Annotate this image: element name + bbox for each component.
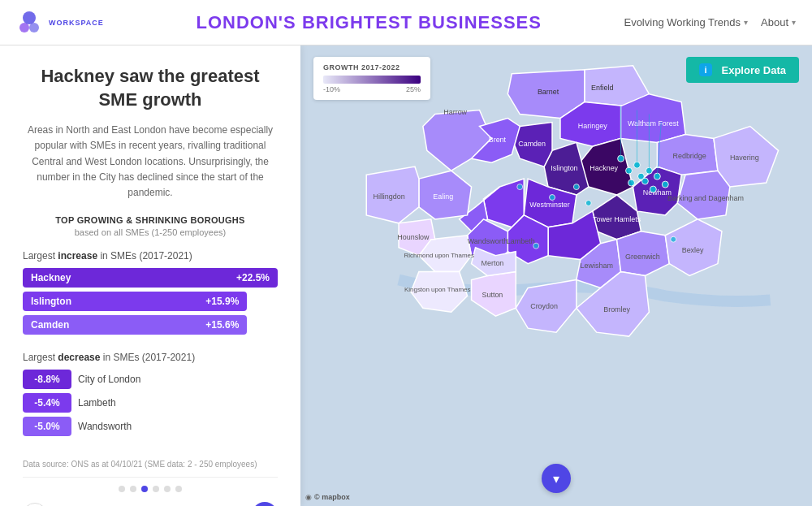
svg-point-20 (671, 236, 676, 242)
increase-row-3: Camden +15.6% (23, 315, 278, 335)
trends-chevron-icon: ▾ (744, 18, 748, 27)
chevron-down-icon: ▾ (553, 471, 559, 487)
deep-dive-button[interactable]: › (252, 502, 278, 506)
mapbox-credit: ◉ © mapbox (305, 493, 350, 501)
panel-description: Areas in North and East London have beco… (23, 123, 278, 201)
ealing-label: Ealing (433, 192, 453, 201)
lewisham-label: Lewisham (581, 262, 613, 270)
hillingdon-label: Hillingdon (373, 192, 404, 201)
london-map-svg: Enfield Barnet Haringey Waltham Forest R… (300, 45, 812, 506)
dot-2[interactable] (130, 486, 136, 492)
lambeth-value-tag: -5.4% (23, 393, 71, 413)
legend-min-label: -10% (323, 85, 340, 93)
svg-point-9 (641, 178, 648, 184)
camden-label: Camden (518, 140, 546, 148)
hackney-bar: Hackney +22.5% (23, 268, 278, 288)
hackney-name: Hackney (31, 272, 71, 283)
workspace-logo-icon (16, 10, 42, 36)
westminster-label: Westminster (529, 201, 570, 209)
mapbox-text: © mapbox (314, 493, 350, 501)
nav-about[interactable]: About ▾ (761, 16, 796, 28)
info-badge: i (699, 63, 711, 76)
header: WORKSPACE LONDON'S BRIGHTEST BUSINESSES … (0, 0, 812, 45)
havering-label: Havering (730, 154, 759, 162)
barnet-label: Barnet (538, 88, 559, 96)
decrease-row-3: -5.0% Wandsworth (23, 417, 278, 436)
harrow-borough (423, 110, 492, 171)
svg-point-12 (662, 181, 668, 188)
nav-area: Evolving Working Trends ▾ About ▾ (624, 16, 796, 28)
site-title: LONDON'S BRIGHTEST BUSINESSES (114, 12, 624, 33)
barking-label: Barking and Dagenham (667, 194, 744, 202)
svg-point-19 (585, 200, 591, 205)
lambeth-label: Lambeth (507, 237, 535, 245)
camden-value: +15.6% (205, 319, 239, 331)
nav-evolving-trends[interactable]: Evolving Working Trends ▾ (624, 16, 748, 28)
svg-point-7 (628, 179, 635, 186)
boroughs-subtitle: based on all SMEs (1-250 employees) (23, 227, 278, 237)
islington-label: Islington (551, 164, 577, 172)
mapbox-logo-icon: ◉ (305, 493, 312, 501)
wandsworth-label: Wandsworth (468, 237, 508, 245)
hackney-value: +22.5% (236, 272, 270, 283)
wandsworth-value-tag: -5.0% (23, 417, 71, 436)
hounslow-label: Hounslow (397, 233, 430, 241)
hackney-label: Hackney (590, 164, 618, 172)
left-panel: Hackney saw the greatest SME growth Area… (0, 45, 300, 506)
about-chevron-icon: ▾ (792, 18, 796, 27)
scroll-down-button[interactable]: ▾ (542, 464, 571, 493)
prev-button[interactable]: ‹ (23, 503, 47, 506)
croydon-label: Croydon (530, 302, 558, 310)
logo-text: WORKSPACE (49, 19, 104, 27)
increase-row-1: Hackney +22.5% (23, 268, 278, 288)
dot-4[interactable] (153, 486, 159, 492)
svg-point-21 (533, 243, 539, 249)
increase-label: Largest increase in SMEs (2017-2021) (23, 250, 278, 262)
kingston-label: Kingston upon Thames (404, 286, 471, 293)
deep-dive-cta: Deep dive into Hackney › (127, 502, 278, 506)
wandsworth-label: Wandsworth (78, 421, 278, 432)
increase-section: Largest increase in SMEs (2017-2021) Hac… (23, 250, 278, 339)
decrease-row-1: -8.8% City of London (23, 370, 278, 389)
svg-point-11 (650, 186, 656, 192)
dot-5[interactable] (164, 486, 171, 492)
haringey-label: Haringey (578, 122, 607, 130)
svg-point-22 (517, 184, 523, 190)
footer-nav: ‹ Deep dive into Hackney › (23, 502, 278, 506)
sutton-label: Sutton (482, 291, 503, 299)
city-value-tag: -8.8% (23, 370, 71, 389)
legend-labels: -10% 25% (323, 85, 421, 93)
svg-point-17 (573, 184, 579, 190)
legend-gradient-bar (323, 76, 421, 84)
dot-1[interactable] (119, 486, 125, 492)
redbridge-label: Redbridge (673, 152, 706, 160)
camden-name: Camden (31, 319, 69, 331)
map-legend: GROWTH 2017-2022 -10% 25% (313, 57, 430, 100)
dot-6[interactable] (175, 486, 182, 492)
newham-label: Newham (643, 188, 672, 197)
dots-row (23, 486, 278, 492)
svg-point-4 (626, 167, 633, 174)
harrow-label: Harrow (443, 108, 467, 116)
merton-label: Merton (482, 259, 504, 267)
greenwich-label: Greenwich (625, 253, 660, 261)
city-label: City of London (78, 374, 278, 385)
camden-bar: Camden +15.6% (23, 315, 247, 335)
tower-label: Tower Hamlets (593, 215, 641, 223)
enfield-label: Enfield (591, 84, 613, 92)
dot-3-active[interactable] (141, 486, 148, 492)
legend-bar-row (323, 76, 421, 84)
bromley-label: Bromley (603, 305, 630, 314)
decrease-section: Largest decrease in SMEs (2017-2021) -8.… (23, 352, 278, 440)
panel-heading: Hackney saw the greatest SME growth (23, 65, 278, 111)
legend-max-label: 25% (406, 85, 421, 93)
svg-point-0 (23, 11, 36, 24)
boroughs-title: TOP GROWING & SHRINKING BOROUGHS (23, 215, 278, 225)
islington-value: +15.9% (205, 296, 239, 307)
map-area: Enfield Barnet Haringey Waltham Forest R… (300, 45, 812, 506)
brent-label: Brent (489, 136, 507, 144)
explore-data-button[interactable]: i Explore Data (686, 57, 799, 83)
main-content: Hackney saw the greatest SME growth Area… (0, 45, 812, 506)
islington-name: Islington (31, 296, 71, 307)
svg-point-1 (19, 23, 29, 32)
